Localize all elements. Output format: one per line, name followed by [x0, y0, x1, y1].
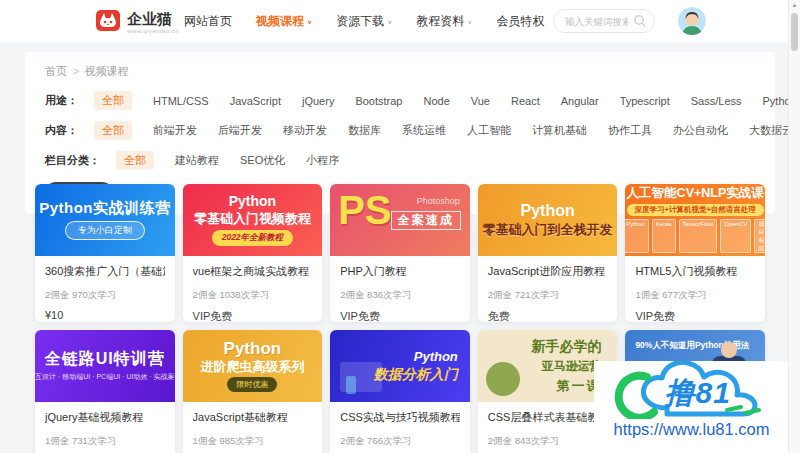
filter-option[interactable]: 办公自动化 — [673, 123, 728, 138]
course-banner: Python数据分析入门 — [330, 330, 470, 402]
watermark-logo: 撸81 — [607, 361, 777, 419]
search-box — [553, 9, 655, 33]
user-avatar[interactable] — [678, 7, 706, 35]
banner-title: 数据分析入门 — [374, 367, 458, 382]
banner-big: PS — [338, 190, 391, 230]
course-card[interactable]: Python零基础入门到全栈开发JavaScript进阶应用教程2佣金 721次… — [478, 184, 618, 322]
course-banner: Python零基础入门视频教程2022年全新教程 — [183, 184, 323, 256]
course-meta: 2佣金 721次学习 — [488, 289, 608, 302]
banner-title: 进阶爬虫高级系列 — [200, 360, 304, 374]
course-title: CSS层叠样式表基础教程 — [488, 410, 608, 424]
course-card-body: jQuery基础视频教程1佣金 731次学习 — [35, 402, 175, 448]
course-card[interactable]: 全链路UI特训营交互设计 · 移动端UI · PC端UI · UI动效 · 实战… — [35, 330, 175, 453]
site-logo[interactable]: 企业猫 www.qiyemao.cn — [95, 8, 179, 36]
filter-option[interactable]: 数据库 — [348, 123, 381, 138]
filter-option[interactable]: 小程序 — [306, 153, 339, 168]
banner-badge: 专为小白定制 — [65, 221, 145, 240]
course-banner: 全链路UI特训营交互设计 · 移动端UI · PC端UI · UI动效 · 实战… — [35, 330, 175, 402]
filter-option[interactable]: React — [511, 95, 540, 107]
course-card-body: vue框架之商城实战教程2佣金 1038次学习VIP免费 — [183, 256, 323, 322]
banner-title: 零基础入门视频教程 — [194, 212, 311, 226]
filter-option[interactable]: Bootstrap — [355, 95, 402, 107]
course-card[interactable]: PhotoshopPS全案速成PHP入门教程2佣金 836次学习VIP免费 — [330, 184, 470, 322]
banner-badge: 2022年全新教程 — [212, 230, 293, 246]
filter-option[interactable]: 前端开发 — [153, 123, 197, 138]
search-icon[interactable] — [633, 14, 647, 28]
filter-options: 全部前端开发后端开发移动开发数据库系统运维人工智能计算机基础协作工具办公自动化大… — [94, 121, 800, 140]
filter-option[interactable]: Vue — [471, 95, 490, 107]
course-banner: Python实战训练营专为小白定制 — [35, 184, 175, 256]
banner-top: Python — [229, 194, 276, 208]
filter-option[interactable]: SEO优化 — [240, 153, 285, 168]
banner-title: 零基础入门到全栈开发 — [483, 223, 613, 237]
banner-tag: Keras — [652, 219, 676, 253]
filter-option[interactable]: 系统运维 — [402, 123, 446, 138]
course-card[interactable]: 人工智能CV+NLP实战课深度学习+计算机视觉+自然语言处理PythonKera… — [625, 184, 765, 322]
nav-item-label: 网站首页 — [184, 13, 232, 30]
banner-title: 全案速成 — [391, 211, 461, 230]
nav-item-label: 资源下载 — [336, 13, 384, 30]
filter-option[interactable]: HTML/CSS — [153, 95, 209, 107]
course-card-body: JavaScript进阶应用教程2佣金 721次学习免费 — [478, 256, 618, 322]
watermark-url[interactable]: https://www.lu81.com — [614, 421, 770, 438]
filter-option[interactable]: 全部 — [116, 151, 154, 170]
chevron-down-icon: ∨ — [307, 19, 312, 25]
filter-row-0: 用途：全部HTML/CSSJavaScriptjQueryBootstrapNo… — [45, 91, 755, 110]
course-title: vue框架之商城实战教程 — [193, 264, 313, 278]
course-card-body: 360搜索推广入门（基础篇）2佣金 970次学习¥10 — [35, 256, 175, 321]
filter-row-1: 内容：全部前端开发后端开发移动开发数据库系统运维人工智能计算机基础协作工具办公自… — [45, 121, 755, 140]
filter-option[interactable]: Sass/Less — [691, 95, 742, 107]
banner-tag: OpenCV — [720, 219, 751, 253]
course-banner: 人工智能CV+NLP实战课深度学习+计算机视觉+自然语言处理PythonKera… — [625, 184, 765, 256]
banner-badge: 深度学习+计算机视觉+自然语言处理 — [627, 204, 764, 216]
filter-row-2: 栏目分类：全部建站教程SEO优化小程序 — [45, 151, 755, 170]
nav-item-label: 会员特权 — [496, 13, 544, 30]
filter-option[interactable]: 移动开发 — [283, 123, 327, 138]
filter-option[interactable]: Node — [423, 95, 449, 107]
course-card[interactable]: Python进阶爬虫高级系列限时优惠JavaScript基础教程1佣金 985次… — [183, 330, 323, 453]
banner-title: Python实战训练营 — [39, 200, 170, 217]
filter-option[interactable]: 计算机基础 — [532, 123, 587, 138]
banner-tag: 项目实战 — [754, 219, 765, 253]
filter-option[interactable]: 协作工具 — [608, 123, 652, 138]
nav-item-3[interactable]: 教程资料∨ — [404, 13, 484, 30]
course-banner: PhotoshopPS全案速成 — [330, 184, 470, 256]
nav-item-0[interactable]: 网站首页 — [172, 13, 244, 30]
scroll-up-arrow[interactable]: ▲ — [789, 2, 800, 8]
nav-item-2[interactable]: 资源下载∨ — [324, 13, 404, 30]
banner-sub: 交互设计 · 移动端UI · PC端UI · UI动效 · 实战案例 — [35, 372, 175, 382]
banner-top: Python — [414, 350, 458, 363]
course-price: VIP免费 — [635, 309, 755, 322]
course-meta: 1佣金 731次学习 — [45, 435, 165, 448]
course-meta: 2佣金 836次学习 — [340, 289, 460, 302]
filter-option[interactable]: 建站教程 — [175, 153, 219, 168]
filter-option[interactable]: JavaScript — [230, 95, 281, 107]
breadcrumb-item-0[interactable]: 首页 — [45, 64, 67, 79]
scrollbar-thumb[interactable] — [791, 13, 798, 51]
filter-row-label: 栏目分类： — [45, 153, 100, 168]
banner-tag: Python — [625, 219, 648, 253]
filter-options: 全部HTML/CSSJavaScriptjQueryBootstrapNodeV… — [94, 91, 797, 110]
filter-option[interactable]: Typescript — [620, 95, 670, 107]
nav-item-1[interactable]: 视频课程∨ — [244, 13, 324, 30]
filter-option[interactable]: jQuery — [302, 95, 334, 107]
filter-option[interactable]: 人工智能 — [467, 123, 511, 138]
course-price: VIP免费 — [340, 309, 460, 322]
banner-line: 亚马逊运营 — [541, 358, 601, 375]
scrollbar[interactable]: ▲ — [788, 0, 800, 453]
course-card[interactable]: Python零基础入门视频教程2022年全新教程vue框架之商城实战教程2佣金 … — [183, 184, 323, 322]
filter-option[interactable]: 后端开发 — [218, 123, 262, 138]
course-meta: 2佣金 766次学习 — [340, 435, 460, 448]
nav-item-4[interactable]: 会员特权 — [484, 13, 556, 30]
course-card[interactable]: Python数据分析入门CSS实战与技巧视频教程2佣金 766次学习 — [330, 330, 470, 453]
banner-top: Photoshop — [417, 197, 460, 206]
breadcrumb-item-1: 视频课程 — [85, 64, 129, 79]
filter-options: 全部建站教程SEO优化小程序 — [116, 151, 339, 170]
nav-item-label: 视频课程 — [256, 13, 304, 30]
course-card[interactable]: Python实战训练营专为小白定制360搜索推广入门（基础篇）2佣金 970次学… — [35, 184, 175, 322]
filter-option[interactable]: 全部 — [94, 91, 132, 110]
filter-option[interactable]: 全部 — [94, 121, 132, 140]
course-title: PHP入门教程 — [340, 264, 460, 278]
filter-option[interactable]: Angular — [561, 95, 599, 107]
watermark: 撸81 https://www.lu81.com — [594, 361, 789, 453]
